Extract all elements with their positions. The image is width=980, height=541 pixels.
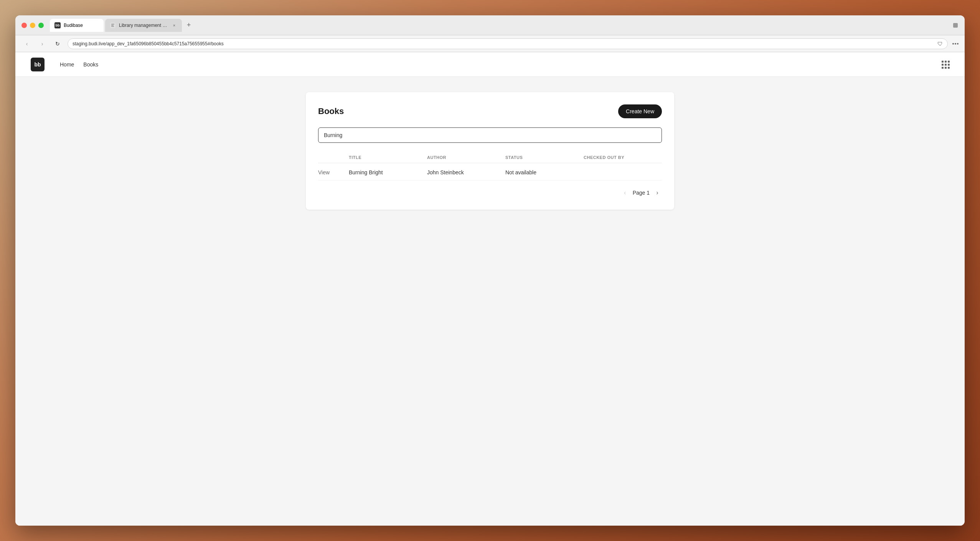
shield-icon: 🛡 — [937, 41, 943, 47]
tabs-area: bb Budibase Library management app × + — [50, 19, 952, 32]
browser-menu-button[interactable] — [952, 43, 959, 45]
content-card: Books Create New TITLE AUTHOR STATUS CHE… — [306, 92, 674, 210]
app-header: bb Home Books — [15, 52, 965, 77]
row-action: View — [318, 169, 349, 175]
traffic-lights — [21, 23, 44, 28]
pagination-next-button[interactable]: › — [653, 188, 662, 197]
reload-button[interactable]: ↻ — [52, 38, 63, 49]
pagination: ‹ Page 1 › — [318, 188, 662, 197]
col-header-author: AUTHOR — [427, 155, 505, 160]
svg-rect-1 — [111, 24, 114, 25]
new-tab-button[interactable]: + — [183, 20, 194, 31]
app-header-right — [942, 61, 949, 68]
tab-budibase-label: Budibase — [64, 23, 99, 28]
nav-home[interactable]: Home — [60, 61, 74, 68]
create-new-button[interactable]: Create New — [618, 104, 662, 118]
nav-books[interactable]: Books — [83, 61, 98, 68]
row-status: Not available — [505, 169, 584, 175]
title-bar: bb Budibase Library management app × + — [15, 15, 965, 35]
window-icon — [953, 23, 958, 28]
books-table: TITLE AUTHOR STATUS CHECKED OUT BY View … — [318, 152, 662, 180]
view-link[interactable]: View — [318, 169, 330, 175]
browser-window: bb Budibase Library management app × + — [15, 15, 965, 526]
grid-menu-icon[interactable] — [942, 61, 949, 68]
app-nav: Home Books — [60, 61, 942, 68]
budibase-logo-icon: bb — [54, 22, 61, 28]
forward-button[interactable]: › — [37, 38, 48, 49]
col-header-title: TITLE — [349, 155, 427, 160]
pagination-prev-button[interactable]: ‹ — [620, 188, 630, 197]
svg-rect-2 — [111, 25, 114, 26]
tab-favicon-library — [110, 22, 116, 28]
pagination-page-text: Page 1 — [633, 190, 650, 196]
row-author: John Steinbeck — [427, 169, 505, 175]
address-bar[interactable]: staging.budi.live/app_dev_1fa65096b85045… — [68, 38, 948, 49]
col-header-status: STATUS — [505, 155, 584, 160]
app-logo: bb — [31, 58, 45, 71]
tab-favicon-budibase: bb — [54, 22, 61, 28]
col-header-checked-out-by: CHECKED OUT BY — [584, 155, 662, 160]
back-button[interactable]: ‹ — [21, 38, 32, 49]
tab-close-button[interactable]: × — [171, 22, 177, 28]
table-row: View Burning Bright John Steinbeck Not a… — [318, 165, 662, 180]
page-title: Books — [318, 106, 344, 116]
card-header: Books Create New — [318, 104, 662, 118]
tab-library-app[interactable]: Library management app × — [105, 19, 182, 32]
svg-rect-3 — [111, 26, 114, 27]
col-header-action — [318, 155, 349, 160]
maximize-button[interactable] — [38, 23, 44, 28]
tab-budibase[interactable]: bb Budibase — [50, 19, 104, 32]
close-button[interactable] — [21, 23, 27, 28]
row-title: Burning Bright — [349, 169, 427, 175]
nav-bar: ‹ › ↻ staging.budi.live/app_dev_1fa65096… — [15, 35, 965, 52]
app-content: bb Home Books — [15, 52, 965, 526]
table-header: TITLE AUTHOR STATUS CHECKED OUT BY — [318, 152, 662, 163]
minimize-button[interactable] — [30, 23, 35, 28]
window-controls-right — [952, 22, 959, 28]
address-text: staging.budi.live/app_dev_1fa65096b85045… — [73, 41, 934, 46]
search-input[interactable] — [318, 127, 662, 143]
tab-library-label: Library management app — [119, 23, 168, 28]
main-content: Books Create New TITLE AUTHOR STATUS CHE… — [15, 77, 965, 526]
